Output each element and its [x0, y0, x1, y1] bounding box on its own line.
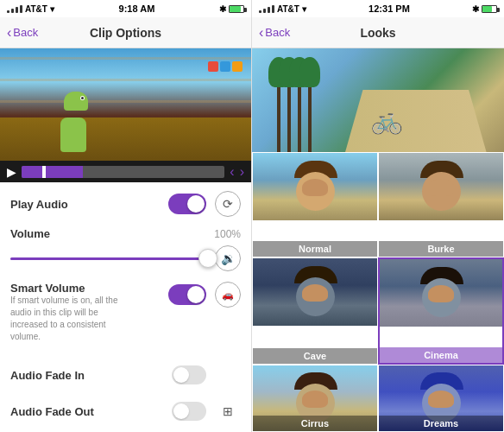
face-circle-ci [422, 278, 461, 317]
volume-label: Volume [10, 227, 50, 240]
right-wifi-icon: ▾ [302, 4, 306, 14]
look-normal[interactable]: Normal [252, 152, 378, 257]
right-signal-icon [259, 5, 274, 13]
smart-volume-right: 🚗 [168, 282, 241, 308]
audio-fade-in-toggle[interactable] [172, 365, 206, 384]
looks-grid: Normal Burke [252, 152, 504, 365]
smart-volume-info: Smart Volume If smart volume is on, all … [10, 282, 168, 352]
right-battery-icon [482, 5, 497, 13]
look-burke[interactable]: Burke [378, 152, 504, 257]
volume-slider-container: 🔉 [10, 245, 241, 271]
look-dreams-label: Dreams [379, 416, 503, 431]
video-controls: ▶ ‹ › [0, 161, 251, 182]
fade-in-knob [173, 367, 189, 383]
smart-volume-label: Smart Volume [10, 282, 168, 295]
video-preview: ▶ ‹ › [0, 48, 251, 182]
right-time: 12:31 PM [369, 3, 410, 14]
prev-clip-button[interactable]: ‹ [230, 164, 234, 180]
look-cave-thumb [253, 258, 377, 326]
look-cinema[interactable]: Cinema [378, 257, 504, 365]
child-face-cave [253, 258, 377, 326]
left-status-left: AT&T ▾ [7, 4, 54, 14]
face-circle-b [422, 172, 461, 211]
fade-out-knob [173, 403, 189, 419]
look-burke-thumb [379, 153, 503, 220]
look-cirrus-label: Cirrus [253, 416, 377, 431]
face-circle [296, 172, 335, 211]
look-cave-label: Cave [253, 348, 377, 364]
look-cinema-label: Cinema [380, 347, 502, 363]
toggle-knob [187, 195, 205, 213]
bike-icon: 🚲 [371, 105, 403, 135]
left-status-right: ✱ [219, 4, 244, 14]
volume-fill [10, 257, 208, 260]
audio-fade-out-row: Audio Fade Out ⊞ [10, 398, 241, 424]
wifi-icon: ▾ [50, 4, 54, 14]
right-back-button[interactable]: ‹ Back [259, 25, 290, 41]
volume-label-row: Volume 100% [10, 227, 241, 240]
hero-path [328, 90, 504, 152]
signal-icon [7, 5, 22, 13]
right-nav-bar: ‹ Back Looks [252, 17, 504, 48]
fade-out-extra-icon: ⊞ [215, 398, 241, 424]
hero-image: 🚲 [252, 48, 504, 152]
volume-row: Volume 100% 🔉 [10, 227, 241, 271]
left-status-bar: AT&T ▾ 9:18 AM ✱ [0, 0, 251, 17]
look-cirrus[interactable]: Cirrus [252, 365, 378, 432]
audio-fade-in-row: Audio Fade In [10, 362, 241, 388]
right-status-bar: AT&T ▾ 12:31 PM ✱ [252, 0, 504, 17]
play-audio-row: Play Audio ⟳ [10, 191, 241, 217]
controls-section: Play Audio ⟳ Volume 100% 🔉 [0, 182, 251, 432]
right-bluetooth-icon: ✱ [472, 4, 479, 14]
look-cinema-thumb [380, 259, 502, 327]
back-chevron-icon: ‹ [7, 25, 11, 41]
fade-out-right: ⊞ [172, 398, 241, 424]
bottom-looks-row: Cirrus Dreams [252, 365, 504, 432]
look-cave[interactable]: Cave [252, 257, 378, 365]
tree-1 [277, 83, 280, 152]
right-status-left: AT&T ▾ [259, 4, 306, 14]
shelf-bg [0, 118, 251, 161]
play-button[interactable]: ▶ [7, 165, 16, 179]
play-audio-toggle[interactable] [168, 194, 206, 214]
right-panel: AT&T ▾ 12:31 PM ✱ ‹ Back Looks 🚲 [252, 0, 504, 432]
audio-settings-icon[interactable]: ⟳ [215, 191, 241, 217]
look-dreams[interactable]: Dreams [378, 365, 504, 432]
bluetooth-icon: ✱ [219, 4, 226, 14]
battery-icon [229, 5, 244, 13]
right-status-right: ✱ [472, 4, 497, 14]
next-clip-button[interactable]: › [240, 164, 244, 180]
left-back-button[interactable]: ‹ Back [7, 25, 38, 41]
volume-thumb[interactable] [198, 249, 217, 268]
left-nav-title: Clip Options [90, 26, 161, 40]
volume-slider[interactable] [10, 257, 208, 260]
smart-volume-desc: If smart volume is on, all the audio in … [10, 295, 168, 343]
child-face-burke [379, 153, 503, 220]
tree-2 [287, 83, 291, 152]
hero-trees [277, 83, 312, 152]
right-nav-title: Looks [360, 26, 395, 40]
video-frame [0, 48, 251, 161]
look-burke-label: Burke [379, 241, 503, 257]
carrier-label: AT&T [25, 4, 47, 14]
fade-in-right [172, 365, 241, 384]
tree-4 [308, 83, 312, 152]
smart-volume-toggle[interactable] [168, 284, 206, 305]
face-circle-c [296, 277, 335, 316]
tree-3 [298, 83, 301, 152]
audio-fade-out-toggle[interactable] [172, 402, 206, 421]
dinosaur-toy [52, 92, 95, 152]
look-cirrus-thumb: Cirrus [253, 365, 377, 431]
back-label: Back [13, 26, 38, 39]
volume-value: 100% [214, 228, 241, 240]
play-audio-label: Play Audio [10, 198, 68, 211]
smart-volume-icon[interactable]: 🚗 [215, 282, 241, 308]
volume-icon[interactable]: 🔉 [215, 245, 241, 271]
timeline[interactable] [22, 166, 224, 178]
right-back-label: Back [265, 26, 290, 39]
left-panel: AT&T ▾ 9:18 AM ✱ ‹ Back Clip Options [0, 0, 252, 432]
audio-fade-in-label: Audio Fade In [10, 369, 85, 382]
right-carrier-label: AT&T [277, 4, 299, 14]
play-audio-right: ⟳ [168, 191, 241, 217]
left-time: 9:18 AM [119, 3, 155, 14]
